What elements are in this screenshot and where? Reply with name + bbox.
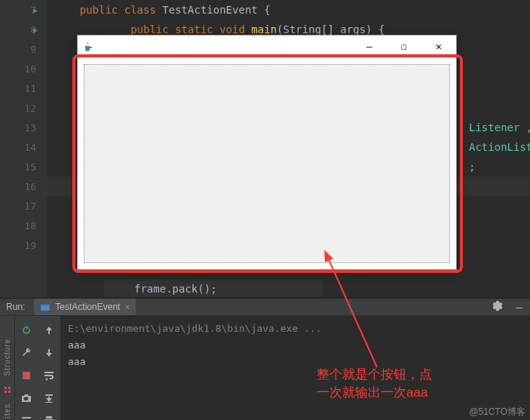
line-number: 10 <box>0 59 47 78</box>
java-cup-icon <box>82 41 94 53</box>
run-tool-window: Run: TestActionEvent × — Structure orite… <box>0 298 530 420</box>
left-toolstrip: Structure orites <box>0 316 15 420</box>
line-number: 9 <box>0 39 47 59</box>
code-token: class <box>124 4 156 16</box>
code-tail-token: Listener , <box>469 118 530 137</box>
code-token: { <box>258 4 271 16</box>
run-toolbar-col1 <box>15 316 38 420</box>
code-tail-token: ; <box>469 157 530 176</box>
line-number: 15 <box>0 157 47 176</box>
run-header: Run: TestActionEvent × — <box>0 299 530 316</box>
line-number: 12 <box>0 98 47 118</box>
svg-rect-3 <box>8 387 11 389</box>
code-token: ( <box>277 23 283 35</box>
window-controls: — ☐ ✕ <box>352 35 456 57</box>
code-token: void <box>219 23 245 35</box>
line-number: 19 <box>0 235 47 255</box>
favorites-tool-label[interactable]: orites <box>3 403 11 420</box>
gear-icon[interactable] <box>491 299 503 314</box>
svg-rect-5 <box>8 391 11 393</box>
watermark: @51CTO博客 <box>469 406 525 418</box>
code-token <box>169 23 175 35</box>
line-number: 8▶ <box>0 20 47 39</box>
console-line: aaa <box>68 354 522 370</box>
line-number: 14 <box>0 137 47 157</box>
run-gutter-icon[interactable]: ▶ <box>33 6 38 14</box>
run-gutter-icon[interactable]: ▶ <box>33 26 38 34</box>
code-token: main <box>251 23 277 35</box>
line-number: 11 <box>0 78 47 98</box>
code-tail-fragment: Listener ,ActionList; <box>469 118 530 176</box>
run-config-icon <box>40 302 51 312</box>
run-tab-label: TestActionEvent <box>55 302 120 312</box>
code-token: frame.pack(); <box>134 283 217 295</box>
wrench-icon[interactable] <box>18 345 35 361</box>
code-token: String <box>283 23 322 35</box>
close-tab-icon[interactable]: × <box>124 302 129 311</box>
soft-wrap-icon[interactable] <box>41 367 57 384</box>
line-number: 16 <box>0 176 47 196</box>
java-swing-window[interactable]: — ☐ ✕ <box>77 35 457 270</box>
rerun-button[interactable] <box>18 322 35 339</box>
scroll-to-end-icon[interactable] <box>41 390 57 406</box>
ide-root: 7▶8▶910111213141516171819 public class T… <box>0 0 530 420</box>
structure-dot-icon <box>5 387 11 393</box>
line-number: 18 <box>0 216 47 235</box>
layout-icon[interactable] <box>18 412 35 420</box>
console-line: E:\environment\java\jdk1.8\bin\java.exe … <box>68 320 522 337</box>
up-arrow-icon[interactable] <box>41 322 57 339</box>
down-arrow-icon[interactable] <box>41 345 57 361</box>
svg-rect-2 <box>5 387 7 389</box>
svg-rect-6 <box>23 372 30 379</box>
annotation-text: 整个就是个按钮，点 一次就输出一次aaa <box>317 366 432 402</box>
camera-icon[interactable] <box>18 390 35 406</box>
svg-rect-1 <box>41 304 50 305</box>
code-token: TestActionEvent <box>162 4 257 16</box>
annotation-line: 整个就是个按钮，点 <box>317 366 432 384</box>
maximize-button[interactable]: ☐ <box>387 35 421 57</box>
window-content-button[interactable] <box>84 64 450 263</box>
structure-tool-label[interactable]: Structure <box>3 339 11 376</box>
window-titlebar[interactable]: — ☐ ✕ <box>78 35 456 58</box>
console-line: aaa <box>68 337 522 354</box>
print-icon[interactable] <box>41 412 57 420</box>
run-toolbar-col2 <box>38 316 60 420</box>
run-label: Run: <box>6 302 25 312</box>
code-token: static <box>175 23 213 35</box>
code-fragment-visible: frame.pack(); <box>104 281 323 297</box>
code-token: public <box>80 4 118 16</box>
code-token <box>213 23 219 35</box>
code-token <box>118 4 124 16</box>
line-number: 13 <box>0 118 47 137</box>
run-body: Structure orites E:\environment\java\jdk… <box>0 316 530 420</box>
line-number-gutter: 7▶8▶910111213141516171819 <box>0 0 47 298</box>
line-number: 7▶ <box>0 0 47 20</box>
console-output[interactable]: E:\environment\java\jdk1.8\bin\java.exe … <box>60 316 530 420</box>
minimize-button[interactable]: — <box>352 35 387 57</box>
code-line[interactable]: public class TestActionEvent { <box>47 0 530 20</box>
code-token: public <box>130 23 169 35</box>
svg-rect-4 <box>5 391 7 393</box>
annotation-line: 一次就输出一次aaa <box>317 384 432 402</box>
hide-panel-icon[interactable]: — <box>516 301 522 313</box>
code-tail-token: ActionList <box>469 137 530 157</box>
line-number: 17 <box>0 196 47 216</box>
stop-button[interactable] <box>18 367 35 384</box>
close-button[interactable]: ✕ <box>421 35 456 57</box>
run-tab[interactable]: TestActionEvent × <box>34 299 135 315</box>
code-token: [] args) { <box>321 23 384 35</box>
